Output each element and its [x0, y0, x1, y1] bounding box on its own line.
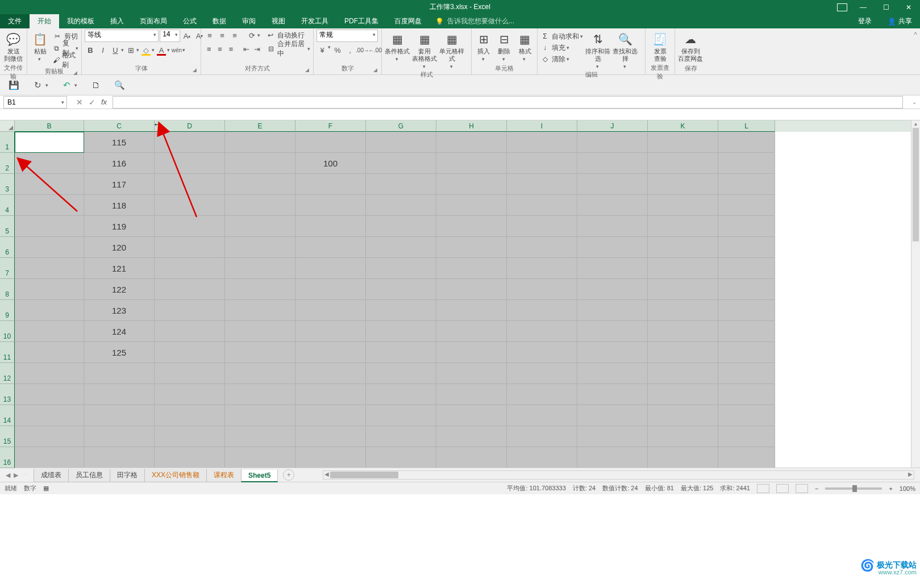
cell-I6[interactable] [507, 237, 577, 258]
cell-I4[interactable] [507, 195, 577, 216]
row-header-15[interactable]: 15 [0, 426, 15, 447]
cell-K7[interactable] [648, 258, 718, 279]
tab-pdftools[interactable]: PDF工具集 [336, 14, 386, 28]
sheet-tab-XXX公司销售额[interactable]: XXX公司销售额 [144, 469, 207, 482]
column-headers[interactable]: BCDEFGHIJKL [15, 120, 911, 132]
cell-C6[interactable]: 120 [84, 237, 155, 258]
increase-font-button[interactable]: A▴ [181, 30, 193, 41]
sheet-tab-田字格[interactable]: 田字格 [110, 469, 145, 482]
cell-G1[interactable] [366, 132, 436, 153]
column-header-E[interactable]: E [225, 120, 295, 132]
cell-G12[interactable] [366, 363, 436, 384]
decrease-indent-button[interactable]: ⇤ [241, 43, 251, 55]
cell-L4[interactable] [718, 195, 775, 216]
cell-E9[interactable] [225, 300, 295, 321]
cell-H13[interactable] [436, 384, 507, 405]
cell-F10[interactable] [295, 321, 366, 342]
cell-C15[interactable] [84, 426, 155, 447]
cell-H10[interactable] [436, 321, 507, 342]
cell-B1[interactable] [15, 132, 84, 153]
underline-button[interactable]: U [110, 44, 121, 56]
cell-J1[interactable] [577, 132, 648, 153]
save-to-baidu-button[interactable]: ☁保存到 百度网盘 [678, 30, 703, 62]
cell-D9[interactable] [155, 300, 225, 321]
cell-E11[interactable] [225, 342, 295, 363]
italic-button[interactable]: I [97, 44, 109, 56]
cell-C14[interactable] [84, 405, 155, 426]
cell-B10[interactable] [15, 321, 84, 342]
cell-C8[interactable]: 122 [84, 279, 155, 300]
cell-grid[interactable]: 115116100117118119120121122123124125 [15, 132, 911, 468]
cell-D16[interactable] [155, 447, 225, 468]
send-to-wechat-button[interactable]: 💬 发送 到微信 [3, 30, 24, 62]
cell-H1[interactable] [436, 132, 507, 153]
select-all-corner[interactable] [0, 120, 15, 132]
cell-C4[interactable]: 118 [84, 195, 155, 216]
cell-L9[interactable] [718, 300, 775, 321]
tab-insert[interactable]: 插入 [102, 14, 132, 28]
cell-G9[interactable] [366, 300, 436, 321]
cell-H4[interactable] [436, 195, 507, 216]
cell-F2[interactable]: 100 [295, 153, 366, 174]
column-header-G[interactable]: G [366, 120, 436, 132]
cell-C2[interactable]: 116 [84, 153, 155, 174]
cell-H12[interactable] [436, 363, 507, 384]
cell-L7[interactable] [718, 258, 775, 279]
cell-B2[interactable] [15, 153, 84, 174]
cell-F4[interactable] [295, 195, 366, 216]
cell-D12[interactable] [155, 363, 225, 384]
font-color-button[interactable]: A [156, 44, 167, 56]
cell-B14[interactable] [15, 405, 84, 426]
cell-J2[interactable] [577, 153, 648, 174]
cell-C16[interactable] [84, 447, 155, 468]
cell-H16[interactable] [436, 447, 507, 468]
column-header-I[interactable]: I [507, 120, 577, 132]
delete-cells-button[interactable]: ⊟删除▾ [495, 30, 513, 62]
cell-E6[interactable] [225, 237, 295, 258]
cell-C1[interactable]: 115 [84, 132, 155, 153]
view-normal-button[interactable] [757, 484, 769, 493]
cell-F5[interactable] [295, 216, 366, 237]
cell-I2[interactable] [507, 153, 577, 174]
cell-L15[interactable] [718, 426, 775, 447]
column-header-B[interactable]: B [15, 120, 84, 132]
zoom-in-button[interactable]: + [889, 485, 892, 492]
dialog-launcher-icon[interactable]: ◢ [305, 67, 309, 73]
cell-E10[interactable] [225, 321, 295, 342]
cell-J6[interactable] [577, 237, 648, 258]
cell-C10[interactable]: 124 [84, 321, 155, 342]
column-header-K[interactable]: K [648, 120, 718, 132]
cell-J11[interactable] [577, 342, 648, 363]
bold-button[interactable]: B [85, 44, 96, 56]
font-name-select[interactable]: 等线 [85, 30, 159, 42]
comma-format-button[interactable]: , [344, 44, 356, 56]
cell-L14[interactable] [718, 405, 775, 426]
cell-I8[interactable] [507, 279, 577, 300]
align-right-button[interactable]: ≡ [226, 43, 236, 55]
tell-me-box[interactable]: 💡 告诉我您想要做什么... [430, 16, 514, 26]
cell-E4[interactable] [225, 195, 295, 216]
cell-G4[interactable] [366, 195, 436, 216]
cell-F1[interactable] [295, 132, 366, 153]
cell-D2[interactable] [155, 153, 225, 174]
cell-E15[interactable] [225, 426, 295, 447]
cell-L10[interactable] [718, 321, 775, 342]
formula-input[interactable] [113, 96, 903, 109]
qat-button-1[interactable]: 🗋 [90, 80, 101, 91]
cell-L16[interactable] [718, 447, 775, 468]
format-painter-button[interactable]: 🖌格式刷 [53, 55, 78, 66]
cell-C7[interactable]: 121 [84, 258, 155, 279]
cell-G15[interactable] [366, 426, 436, 447]
cell-I11[interactable] [507, 342, 577, 363]
cell-C3[interactable]: 117 [84, 174, 155, 195]
cell-B7[interactable] [15, 258, 84, 279]
increase-indent-button[interactable]: ⇥ [252, 43, 262, 55]
expand-formula-bar-button[interactable]: ⌄ [912, 99, 917, 105]
align-center-button[interactable]: ≡ [215, 43, 224, 55]
cell-I1[interactable] [507, 132, 577, 153]
cell-K12[interactable] [648, 363, 718, 384]
cell-J10[interactable] [577, 321, 648, 342]
cell-F3[interactable] [295, 174, 366, 195]
sheet-nav-next-button[interactable]: ▶ [14, 472, 18, 479]
horizontal-scrollbar[interactable]: ◀▶ [323, 470, 914, 479]
